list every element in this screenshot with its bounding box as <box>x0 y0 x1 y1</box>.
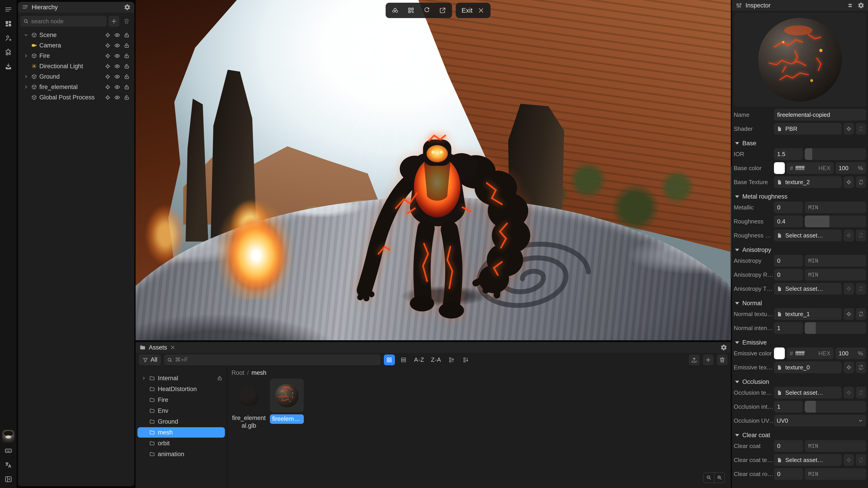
eye-icon[interactable] <box>114 84 120 90</box>
color-swatch[interactable] <box>774 348 785 359</box>
sort-za-button[interactable]: Z-A <box>429 356 443 363</box>
unlock-icon[interactable] <box>124 42 130 48</box>
number-input[interactable]: 0 <box>774 269 803 281</box>
slider-track[interactable]: MIN <box>805 269 866 281</box>
chevron-right-icon[interactable] <box>23 74 29 79</box>
folder-fire[interactable]: Fire <box>137 395 225 405</box>
assets-search-input[interactable]: ⌘+F <box>164 355 381 365</box>
chevron-right-icon[interactable] <box>23 53 29 59</box>
section-header-metal-roughness[interactable]: Metal roughness <box>734 192 866 201</box>
unlock-icon[interactable] <box>124 84 130 90</box>
unlock-icon[interactable] <box>124 94 130 101</box>
open-external-icon[interactable] <box>439 7 446 14</box>
add-user-icon[interactable] <box>3 33 13 43</box>
eye-icon[interactable] <box>114 94 120 101</box>
hierarchy-node-fire-elemental[interactable]: fire_elemental <box>20 82 132 92</box>
viewport-3d-scene[interactable]: Exit <box>135 0 731 340</box>
unlink-asset-button[interactable] <box>856 361 866 373</box>
asset-item-fire-elemental-glb[interactable]: fire_elemental.glb <box>232 379 266 430</box>
binoculars-icon[interactable] <box>392 7 399 14</box>
folder-mesh[interactable]: mesh <box>137 427 225 437</box>
upload-asset-button[interactable] <box>689 355 700 365</box>
asset-chip[interactable]: Select asset… <box>774 230 842 241</box>
eye-icon[interactable] <box>114 42 120 48</box>
delete-node-button[interactable] <box>121 16 132 27</box>
zoom-out-icon[interactable] <box>704 473 714 483</box>
zoom-in-icon[interactable] <box>714 473 724 483</box>
number-input[interactable]: 1 <box>774 322 803 334</box>
folder-orbit[interactable]: orbit <box>137 438 225 449</box>
hierarchy-node-directional-light[interactable]: Directional Light <box>20 61 132 71</box>
locate-asset-button[interactable] <box>844 176 854 188</box>
unlink-asset-button[interactable] <box>856 387 866 398</box>
slider-track[interactable]: MIN <box>805 440 866 452</box>
focus-icon[interactable] <box>105 32 111 38</box>
focus-icon[interactable] <box>105 63 111 69</box>
slider-track[interactable]: MIN <box>805 468 866 480</box>
import-icon[interactable] <box>3 62 13 72</box>
hierarchy-node-camera[interactable]: Camera <box>20 40 132 51</box>
collapse-sidebar-icon[interactable] <box>3 474 13 484</box>
number-input[interactable]: 1 <box>774 401 803 413</box>
hex-input[interactable]: #ffffffHEX <box>786 162 834 174</box>
asset-chip[interactable]: texture_0 <box>774 361 842 373</box>
hierarchy-node-global-post-process[interactable]: Global Post Process <box>20 92 132 103</box>
language-icon[interactable] <box>3 460 13 470</box>
section-header-base[interactable]: Base <box>734 138 866 148</box>
chevron-down-icon[interactable] <box>23 32 29 38</box>
avatar[interactable] <box>2 430 15 443</box>
hierarchy-node-ground[interactable]: Ground <box>20 71 132 82</box>
unlock-icon[interactable] <box>124 63 130 69</box>
focus-icon[interactable] <box>105 42 111 48</box>
close-icon[interactable] <box>170 345 176 350</box>
number-input[interactable]: 0 <box>774 440 803 452</box>
hierarchy-node-scene[interactable]: Scene <box>20 30 132 40</box>
menu-icon[interactable] <box>3 4 13 14</box>
unlock-icon[interactable] <box>124 74 130 80</box>
slider-track[interactable]: MIN <box>805 201 866 213</box>
add-node-button[interactable] <box>108 16 119 27</box>
locate-asset-button[interactable] <box>844 123 854 135</box>
material-preview[interactable] <box>734 13 866 107</box>
breadcrumb-root[interactable]: Root <box>231 369 244 377</box>
number-input[interactable]: 0 <box>774 468 803 480</box>
delete-asset-button[interactable] <box>717 355 727 365</box>
asset-chip[interactable]: texture_1 <box>774 308 842 320</box>
exit-button[interactable]: Exit <box>456 3 491 18</box>
hierarchy-search-input[interactable]: search node <box>20 16 107 27</box>
section-header-normal[interactable]: Normal <box>734 298 866 308</box>
color-swatch[interactable] <box>774 162 785 174</box>
number-input[interactable]: 0 <box>774 255 803 267</box>
grid-view-button[interactable] <box>384 355 395 365</box>
number-input[interactable]: 0.4 <box>774 216 803 227</box>
unlink-asset-button[interactable] <box>856 454 866 466</box>
asset-chip[interactable]: Select asset… <box>774 283 842 295</box>
section-header-emissive[interactable]: Emissive <box>734 337 866 348</box>
hierarchy-node-fire[interactable]: Fire <box>20 51 132 61</box>
filter-all-button[interactable]: All <box>139 355 161 365</box>
asset-item-fireeleme-[interactable]: fireeleme… <box>270 379 304 430</box>
locate-asset-button[interactable] <box>844 283 854 295</box>
chevron-right-icon[interactable] <box>23 84 29 90</box>
asset-chip[interactable]: Select asset… <box>774 387 842 398</box>
asset-chip[interactable]: texture_2 <box>774 176 842 188</box>
folder-heatdistortion[interactable]: HeatDIstortion <box>137 384 225 394</box>
add-asset-button[interactable] <box>703 355 714 365</box>
locate-asset-button[interactable] <box>844 230 854 241</box>
slider-track[interactable] <box>805 322 866 334</box>
section-header-clear-coat[interactable]: Clear coat <box>734 430 866 440</box>
locate-asset-button[interactable] <box>844 454 854 466</box>
unlock-icon[interactable] <box>124 53 130 59</box>
sort-asc-button[interactable] <box>446 355 457 365</box>
eye-icon[interactable] <box>114 53 120 59</box>
qr-code-icon[interactable] <box>407 7 414 14</box>
inspector-scrollbar[interactable] <box>730 166 732 278</box>
refresh-icon[interactable] <box>423 7 430 14</box>
gear-icon[interactable] <box>858 2 864 9</box>
focus-icon[interactable] <box>105 74 111 80</box>
opacity-input[interactable]: 100% <box>835 162 866 174</box>
locate-asset-button[interactable] <box>844 361 854 373</box>
slider-track[interactable]: MIN <box>805 255 866 267</box>
eye-icon[interactable] <box>114 32 120 38</box>
section-header-occlusion[interactable]: Occlusion <box>734 377 866 387</box>
